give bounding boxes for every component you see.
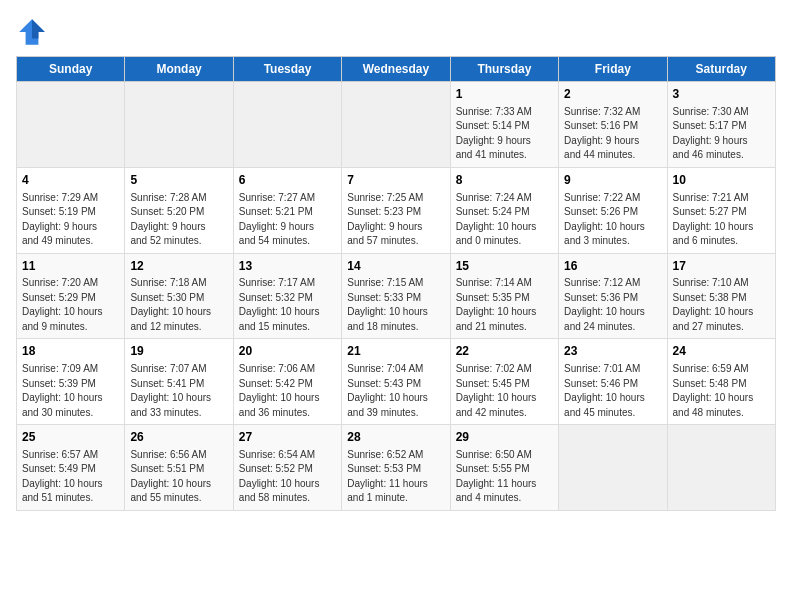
calendar-cell: 17Sunrise: 7:10 AMSunset: 5:38 PMDayligh… xyxy=(667,253,775,339)
logo-icon xyxy=(16,16,48,48)
day-info: Sunrise: 7:21 AMSunset: 5:27 PMDaylight:… xyxy=(673,191,770,249)
day-info: Sunrise: 6:54 AMSunset: 5:52 PMDaylight:… xyxy=(239,448,336,506)
day-number: 24 xyxy=(673,343,770,360)
day-info: Sunrise: 7:15 AMSunset: 5:33 PMDaylight:… xyxy=(347,276,444,334)
calendar-cell xyxy=(233,82,341,168)
calendar-table: SundayMondayTuesdayWednesdayThursdayFrid… xyxy=(16,56,776,511)
day-info: Sunrise: 7:02 AMSunset: 5:45 PMDaylight:… xyxy=(456,362,553,420)
day-info: Sunrise: 7:07 AMSunset: 5:41 PMDaylight:… xyxy=(130,362,227,420)
day-number: 17 xyxy=(673,258,770,275)
day-info: Sunrise: 7:24 AMSunset: 5:24 PMDaylight:… xyxy=(456,191,553,249)
day-number: 9 xyxy=(564,172,661,189)
calendar-row: 18Sunrise: 7:09 AMSunset: 5:39 PMDayligh… xyxy=(17,339,776,425)
day-number: 12 xyxy=(130,258,227,275)
day-info: Sunrise: 6:57 AMSunset: 5:49 PMDaylight:… xyxy=(22,448,119,506)
column-header-sunday: Sunday xyxy=(17,57,125,82)
calendar-cell: 10Sunrise: 7:21 AMSunset: 5:27 PMDayligh… xyxy=(667,167,775,253)
day-number: 20 xyxy=(239,343,336,360)
svg-marker-1 xyxy=(32,19,45,38)
day-info: Sunrise: 7:01 AMSunset: 5:46 PMDaylight:… xyxy=(564,362,661,420)
day-number: 27 xyxy=(239,429,336,446)
calendar-row: 4Sunrise: 7:29 AMSunset: 5:19 PMDaylight… xyxy=(17,167,776,253)
calendar-cell: 1Sunrise: 7:33 AMSunset: 5:14 PMDaylight… xyxy=(450,82,558,168)
day-info: Sunrise: 6:50 AMSunset: 5:55 PMDaylight:… xyxy=(456,448,553,506)
day-info: Sunrise: 7:18 AMSunset: 5:30 PMDaylight:… xyxy=(130,276,227,334)
day-info: Sunrise: 7:22 AMSunset: 5:26 PMDaylight:… xyxy=(564,191,661,249)
day-info: Sunrise: 6:59 AMSunset: 5:48 PMDaylight:… xyxy=(673,362,770,420)
day-number: 28 xyxy=(347,429,444,446)
calendar-cell: 5Sunrise: 7:28 AMSunset: 5:20 PMDaylight… xyxy=(125,167,233,253)
day-info: Sunrise: 7:17 AMSunset: 5:32 PMDaylight:… xyxy=(239,276,336,334)
calendar-cell: 25Sunrise: 6:57 AMSunset: 5:49 PMDayligh… xyxy=(17,425,125,511)
day-number: 10 xyxy=(673,172,770,189)
calendar-cell: 2Sunrise: 7:32 AMSunset: 5:16 PMDaylight… xyxy=(559,82,667,168)
column-header-thursday: Thursday xyxy=(450,57,558,82)
day-number: 1 xyxy=(456,86,553,103)
day-info: Sunrise: 7:25 AMSunset: 5:23 PMDaylight:… xyxy=(347,191,444,249)
day-info: Sunrise: 7:29 AMSunset: 5:19 PMDaylight:… xyxy=(22,191,119,249)
column-header-saturday: Saturday xyxy=(667,57,775,82)
column-header-monday: Monday xyxy=(125,57,233,82)
calendar-cell: 7Sunrise: 7:25 AMSunset: 5:23 PMDaylight… xyxy=(342,167,450,253)
day-number: 13 xyxy=(239,258,336,275)
calendar-cell xyxy=(125,82,233,168)
calendar-cell: 21Sunrise: 7:04 AMSunset: 5:43 PMDayligh… xyxy=(342,339,450,425)
calendar-cell xyxy=(17,82,125,168)
calendar-cell: 9Sunrise: 7:22 AMSunset: 5:26 PMDaylight… xyxy=(559,167,667,253)
calendar-row: 25Sunrise: 6:57 AMSunset: 5:49 PMDayligh… xyxy=(17,425,776,511)
calendar-cell: 26Sunrise: 6:56 AMSunset: 5:51 PMDayligh… xyxy=(125,425,233,511)
calendar-cell: 12Sunrise: 7:18 AMSunset: 5:30 PMDayligh… xyxy=(125,253,233,339)
day-info: Sunrise: 7:12 AMSunset: 5:36 PMDaylight:… xyxy=(564,276,661,334)
calendar-row: 1Sunrise: 7:33 AMSunset: 5:14 PMDaylight… xyxy=(17,82,776,168)
day-number: 2 xyxy=(564,86,661,103)
calendar-cell: 24Sunrise: 6:59 AMSunset: 5:48 PMDayligh… xyxy=(667,339,775,425)
day-number: 4 xyxy=(22,172,119,189)
day-number: 14 xyxy=(347,258,444,275)
calendar-cell: 19Sunrise: 7:07 AMSunset: 5:41 PMDayligh… xyxy=(125,339,233,425)
day-number: 23 xyxy=(564,343,661,360)
day-number: 22 xyxy=(456,343,553,360)
day-info: Sunrise: 7:06 AMSunset: 5:42 PMDaylight:… xyxy=(239,362,336,420)
calendar-cell: 14Sunrise: 7:15 AMSunset: 5:33 PMDayligh… xyxy=(342,253,450,339)
calendar-cell: 6Sunrise: 7:27 AMSunset: 5:21 PMDaylight… xyxy=(233,167,341,253)
page-header xyxy=(16,16,776,48)
calendar-cell xyxy=(342,82,450,168)
day-info: Sunrise: 7:09 AMSunset: 5:39 PMDaylight:… xyxy=(22,362,119,420)
calendar-cell xyxy=(559,425,667,511)
day-number: 11 xyxy=(22,258,119,275)
calendar-cell: 22Sunrise: 7:02 AMSunset: 5:45 PMDayligh… xyxy=(450,339,558,425)
day-number: 3 xyxy=(673,86,770,103)
logo xyxy=(16,16,52,48)
calendar-cell: 29Sunrise: 6:50 AMSunset: 5:55 PMDayligh… xyxy=(450,425,558,511)
day-info: Sunrise: 7:14 AMSunset: 5:35 PMDaylight:… xyxy=(456,276,553,334)
calendar-cell: 28Sunrise: 6:52 AMSunset: 5:53 PMDayligh… xyxy=(342,425,450,511)
day-number: 18 xyxy=(22,343,119,360)
calendar-cell: 15Sunrise: 7:14 AMSunset: 5:35 PMDayligh… xyxy=(450,253,558,339)
day-number: 19 xyxy=(130,343,227,360)
calendar-cell: 27Sunrise: 6:54 AMSunset: 5:52 PMDayligh… xyxy=(233,425,341,511)
day-number: 7 xyxy=(347,172,444,189)
calendar-cell xyxy=(667,425,775,511)
day-info: Sunrise: 7:32 AMSunset: 5:16 PMDaylight:… xyxy=(564,105,661,163)
day-info: Sunrise: 6:56 AMSunset: 5:51 PMDaylight:… xyxy=(130,448,227,506)
day-number: 15 xyxy=(456,258,553,275)
day-number: 21 xyxy=(347,343,444,360)
column-header-friday: Friday xyxy=(559,57,667,82)
day-info: Sunrise: 7:04 AMSunset: 5:43 PMDaylight:… xyxy=(347,362,444,420)
day-number: 26 xyxy=(130,429,227,446)
day-number: 25 xyxy=(22,429,119,446)
day-number: 29 xyxy=(456,429,553,446)
calendar-cell: 3Sunrise: 7:30 AMSunset: 5:17 PMDaylight… xyxy=(667,82,775,168)
day-info: Sunrise: 7:20 AMSunset: 5:29 PMDaylight:… xyxy=(22,276,119,334)
day-info: Sunrise: 7:10 AMSunset: 5:38 PMDaylight:… xyxy=(673,276,770,334)
day-info: Sunrise: 7:30 AMSunset: 5:17 PMDaylight:… xyxy=(673,105,770,163)
day-info: Sunrise: 7:27 AMSunset: 5:21 PMDaylight:… xyxy=(239,191,336,249)
day-info: Sunrise: 7:28 AMSunset: 5:20 PMDaylight:… xyxy=(130,191,227,249)
calendar-header-row: SundayMondayTuesdayWednesdayThursdayFrid… xyxy=(17,57,776,82)
calendar-cell: 23Sunrise: 7:01 AMSunset: 5:46 PMDayligh… xyxy=(559,339,667,425)
day-info: Sunrise: 6:52 AMSunset: 5:53 PMDaylight:… xyxy=(347,448,444,506)
column-header-wednesday: Wednesday xyxy=(342,57,450,82)
calendar-cell: 13Sunrise: 7:17 AMSunset: 5:32 PMDayligh… xyxy=(233,253,341,339)
calendar-row: 11Sunrise: 7:20 AMSunset: 5:29 PMDayligh… xyxy=(17,253,776,339)
calendar-cell: 8Sunrise: 7:24 AMSunset: 5:24 PMDaylight… xyxy=(450,167,558,253)
